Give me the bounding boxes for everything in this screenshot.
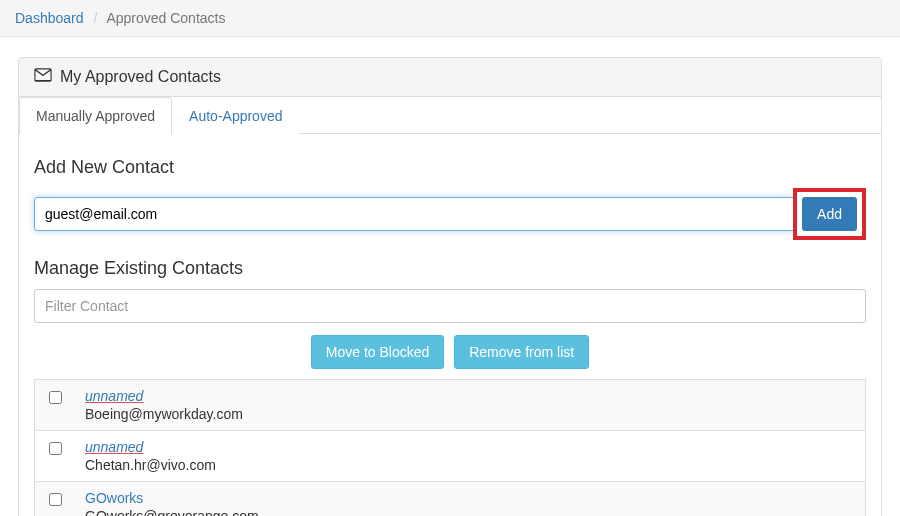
row-content-cell: unnamedChetan.hr@vivo.com	[75, 431, 866, 482]
panel-body: Add New Contact Add Manage Existing Cont…	[19, 134, 881, 516]
tabs: Manually Approved Auto-Approved	[19, 97, 881, 134]
contact-email: Chetan.hr@vivo.com	[85, 457, 855, 473]
breadcrumb-current: Approved Contacts	[106, 10, 225, 26]
breadcrumb: Dashboard / Approved Contacts	[0, 0, 900, 37]
panel-heading: My Approved Contacts	[19, 58, 881, 97]
add-contact-title: Add New Contact	[34, 157, 866, 178]
filter-contact-input[interactable]	[34, 289, 866, 323]
approved-contacts-panel: My Approved Contacts Manually Approved A…	[18, 57, 882, 516]
move-to-blocked-button[interactable]: Move to Blocked	[311, 335, 445, 369]
add-button[interactable]: Add	[802, 197, 857, 231]
add-contact-row: Add	[34, 188, 866, 240]
table-row: unnamedChetan.hr@vivo.com	[35, 431, 866, 482]
contact-name-link[interactable]: GOworks	[85, 490, 855, 506]
contact-name-link[interactable]: unnamed	[85, 439, 855, 455]
row-content-cell: unnamedBoeing@myworkday.com	[75, 380, 866, 431]
tab-manually-approved[interactable]: Manually Approved	[19, 97, 172, 134]
table-row: GOworksGOworks@greyorange.com	[35, 482, 866, 517]
row-checkbox[interactable]	[49, 442, 62, 455]
add-button-highlight: Add	[793, 188, 866, 240]
row-checkbox[interactable]	[49, 391, 62, 404]
row-content-cell: GOworksGOworks@greyorange.com	[75, 482, 866, 517]
contact-name-link[interactable]: unnamed	[85, 388, 855, 404]
breadcrumb-dashboard-link[interactable]: Dashboard	[15, 10, 84, 26]
manage-contacts-title: Manage Existing Contacts	[34, 258, 866, 279]
panel-title: My Approved Contacts	[60, 68, 221, 86]
tab-auto-approved[interactable]: Auto-Approved	[172, 97, 299, 134]
row-checkbox-cell	[35, 431, 76, 482]
row-checkbox-cell	[35, 380, 76, 431]
contact-email: GOworks@greyorange.com	[85, 508, 855, 516]
bulk-actions: Move to Blocked Remove from list	[34, 335, 866, 369]
remove-from-list-button[interactable]: Remove from list	[454, 335, 589, 369]
envelope-icon	[34, 68, 52, 86]
row-checkbox[interactable]	[49, 493, 62, 506]
contacts-table: unnamedBoeing@myworkday.comunnamedChetan…	[34, 379, 866, 516]
row-checkbox-cell	[35, 482, 76, 517]
breadcrumb-separator: /	[93, 10, 97, 26]
new-contact-input[interactable]	[34, 197, 794, 231]
contact-email: Boeing@myworkday.com	[85, 406, 855, 422]
table-row: unnamedBoeing@myworkday.com	[35, 380, 866, 431]
